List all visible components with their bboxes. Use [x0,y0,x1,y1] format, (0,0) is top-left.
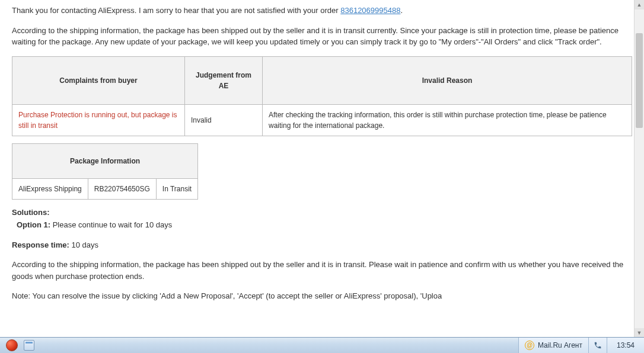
vertical-scrollbar[interactable]: ▲ ▼ [634,0,644,338]
browser-icon[interactable] [24,340,34,351]
col-judgement: Judgement from AE [185,56,263,104]
shipping-info-paragraph: According to the shipping information, t… [12,25,632,48]
system-tray: @ Mail.Ru Агент 13:54 [518,338,644,353]
solutions-label: Solutions: [12,208,50,217]
mail-agent-label: Mail.Ru Агент [538,341,582,349]
package-table: Package Information AliExpress Shipping … [12,143,198,200]
phone-icon [594,341,602,349]
intro-text-post: . [400,6,403,15]
scroll-up-arrow[interactable]: ▲ [635,0,644,9]
at-icon: @ [525,341,534,350]
option-1-line: Option 1: Please continue to wait for 10… [17,219,632,231]
solutions-heading: Solutions: [12,207,632,219]
col-reason: Invalid Reason [263,56,632,104]
table-header-row: Package Information [12,143,198,178]
cell-status: In Transit [156,178,197,199]
complaint-table: Complaints from buyer Judgement from AE … [12,56,632,136]
cell-reason: After checking the tracking information,… [263,104,632,136]
cell-judgement: Invalid [185,104,263,136]
response-time-value: 10 days [69,240,98,249]
table-row: AliExpress Shipping RB220754650SG In Tra… [12,178,198,199]
option-1-text: Please continue to wait for 10 days [50,220,172,229]
table-header-row: Complaints from buyer Judgement from AE … [12,56,632,104]
mail-agent-button[interactable]: @ Mail.Ru Агент [518,338,588,353]
col-complaints: Complaints from buyer [12,56,185,104]
message-body: Thank you for contacting AliExpress. I a… [0,0,644,302]
taskbar-left [0,338,34,353]
note-paragraph: Note: You can resolve the issue by click… [12,290,632,302]
start-orb-icon[interactable] [6,339,18,351]
option-1-label: Option 1: [17,220,50,229]
taskbar: @ Mail.Ru Агент 13:54 [0,337,644,353]
intro-paragraph: Thank you for contacting AliExpress. I a… [12,5,632,17]
table-row: Purchase Protection is running out, but … [12,104,632,136]
intro-text-pre: Thank you for contacting AliExpress. I a… [12,6,340,15]
clock-time: 13:54 [617,341,635,349]
response-time-line: Response time: 10 days [12,239,632,251]
cell-tracking: RB220754650SG [88,178,156,199]
cell-carrier: AliExpress Shipping [12,178,88,199]
scroll-down-arrow[interactable]: ▼ [635,328,644,338]
followup-paragraph: According to the shipping information, t… [12,259,632,282]
cell-complaint: Purchase Protection is running out, but … [12,104,185,136]
response-time-label: Response time: [12,240,69,249]
col-package-info: Package Information [12,143,198,178]
phone-button[interactable] [588,338,607,353]
scroll-thumb[interactable] [636,33,643,128]
clock[interactable]: 13:54 [607,338,644,353]
scroll-track[interactable] [635,9,644,328]
order-number-link[interactable]: 83612069995488 [340,6,400,15]
